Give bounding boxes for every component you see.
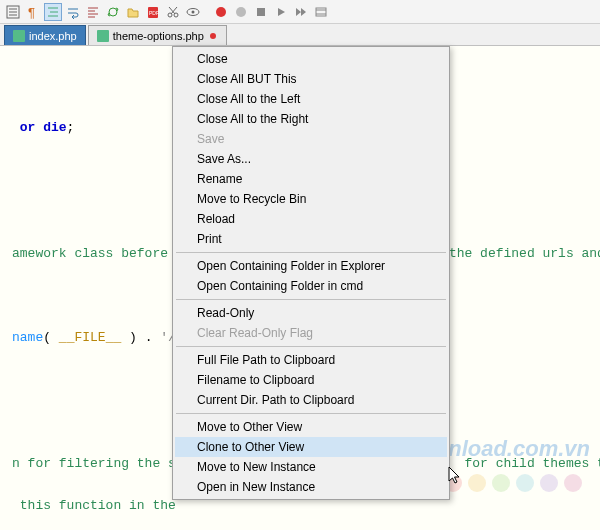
svg-point-21	[236, 7, 246, 17]
menu-item-move-to-recycle-bin[interactable]: Move to Recycle Bin	[175, 189, 447, 209]
tb-ff-icon[interactable]	[292, 3, 310, 21]
tb-cut-icon[interactable]	[164, 3, 182, 21]
menu-item-open-containing-folder-in-explorer[interactable]: Open Containing Folder in Explorer	[175, 256, 447, 276]
tb-list-icon[interactable]	[4, 3, 22, 21]
tab-context-menu: CloseClose All BUT ThisClose All to the …	[172, 46, 450, 500]
php-file-icon	[13, 30, 25, 42]
tb-record-grey-icon[interactable]	[232, 3, 250, 21]
tb-play-icon[interactable]	[272, 3, 290, 21]
svg-rect-27	[97, 30, 109, 42]
tb-wrap-icon[interactable]	[64, 3, 82, 21]
menu-item-open-in-new-instance[interactable]: Open in New Instance	[175, 477, 447, 497]
tb-sync-icon[interactable]	[104, 3, 122, 21]
menu-item-clear-read-only-flag: Clear Read-Only Flag	[175, 323, 447, 343]
tb-pilcrow-icon[interactable]: ¶	[24, 3, 42, 21]
menu-item-close-all-to-the-left[interactable]: Close All to the Left	[175, 89, 447, 109]
tab-label: theme-options.php	[113, 30, 204, 42]
svg-rect-26	[13, 30, 25, 42]
tab-modified-icon[interactable]	[208, 31, 218, 41]
menu-item-close-all-to-the-right[interactable]: Close All to the Right	[175, 109, 447, 129]
menu-item-save: Save	[175, 129, 447, 149]
tab-label: index.php	[29, 30, 77, 42]
menu-item-rename[interactable]: Rename	[175, 169, 447, 189]
svg-point-20	[216, 7, 226, 17]
menu-separator	[176, 252, 446, 253]
tab-bar: index.php theme-options.php	[0, 24, 600, 46]
menu-item-save-as[interactable]: Save As...	[175, 149, 447, 169]
menu-item-clone-to-other-view[interactable]: Clone to Other View	[175, 437, 447, 457]
toolbar: ¶ PDF	[0, 0, 600, 24]
menu-separator	[176, 299, 446, 300]
menu-item-open-containing-folder-in-cmd[interactable]: Open Containing Folder in cmd	[175, 276, 447, 296]
svg-point-19	[192, 10, 195, 13]
menu-item-filename-to-clipboard[interactable]: Filename to Clipboard	[175, 370, 447, 390]
svg-point-28	[210, 33, 216, 39]
tb-eye-icon[interactable]	[184, 3, 202, 21]
svg-text:PDF: PDF	[149, 10, 159, 16]
tb-indent-icon[interactable]	[44, 3, 62, 21]
tb-record-red-icon[interactable]	[212, 3, 230, 21]
menu-item-full-file-path-to-clipboard[interactable]: Full File Path to Clipboard	[175, 350, 447, 370]
tb-stop-icon[interactable]	[252, 3, 270, 21]
tb-film-icon[interactable]	[312, 3, 330, 21]
menu-item-current-dir-path-to-clipboard[interactable]: Current Dir. Path to Clipboard	[175, 390, 447, 410]
menu-item-read-only[interactable]: Read-Only	[175, 303, 447, 323]
php-file-icon	[97, 30, 109, 42]
menu-item-reload[interactable]: Reload	[175, 209, 447, 229]
menu-item-close[interactable]: Close	[175, 49, 447, 69]
svg-rect-23	[316, 8, 326, 16]
menu-separator	[176, 413, 446, 414]
tab-index[interactable]: index.php	[4, 25, 86, 45]
tb-align-icon[interactable]	[84, 3, 102, 21]
svg-rect-22	[257, 8, 265, 16]
menu-item-close-all-but-this[interactable]: Close All BUT This	[175, 69, 447, 89]
menu-separator	[176, 346, 446, 347]
menu-item-move-to-other-view[interactable]: Move to Other View	[175, 417, 447, 437]
menu-item-print[interactable]: Print	[175, 229, 447, 249]
tb-folder-icon[interactable]	[124, 3, 142, 21]
menu-item-move-to-new-instance[interactable]: Move to New Instance	[175, 457, 447, 477]
svg-text:¶: ¶	[28, 5, 35, 19]
tab-theme-options[interactable]: theme-options.php	[88, 25, 227, 45]
tb-pdf-icon[interactable]: PDF	[144, 3, 162, 21]
